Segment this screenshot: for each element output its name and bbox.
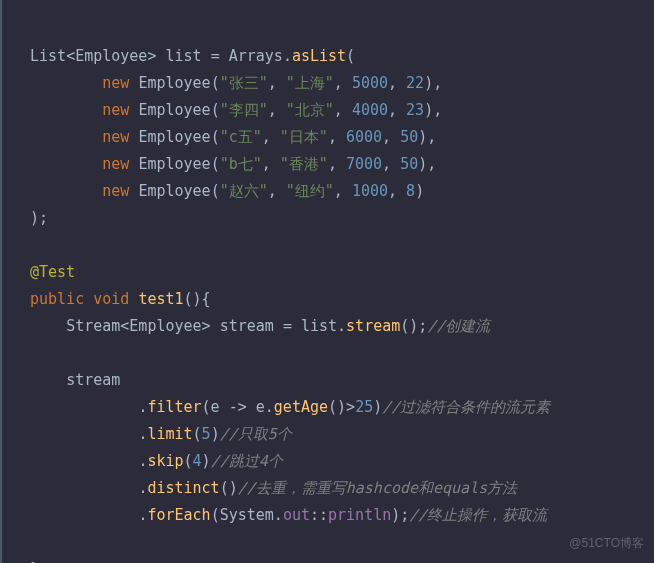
str-city-1: "北京" <box>286 101 334 119</box>
num-salary-0: 5000 <box>352 74 388 92</box>
aslist-call: asList <box>292 47 346 65</box>
line-11: Stream<Employee> stream = list.stream();… <box>30 317 490 335</box>
employee-ctor: Employee <box>138 128 210 146</box>
system-out: out <box>283 506 310 524</box>
num-age-1: 23 <box>406 101 424 119</box>
num-salary-4: 1000 <box>352 182 388 200</box>
new-kw: new <box>102 101 129 119</box>
comment-create-stream: //创建流 <box>427 317 490 335</box>
line-1: List<Employee> list = Arrays.asList( <box>30 47 355 65</box>
lambda-right: ()> <box>328 398 355 416</box>
str-city-4: "纽约" <box>286 182 334 200</box>
str-name-1: "李四" <box>220 101 268 119</box>
str-city-3: "香港" <box>280 155 328 173</box>
num-age-3: 50 <box>400 155 418 173</box>
comment-distinct: //去重，需重写hashcode和equals方法 <box>238 479 518 497</box>
stream-call: stream <box>346 317 400 335</box>
skip-call: skip <box>147 452 183 470</box>
watermark-text: @51CTO博客 <box>569 530 644 557</box>
skip-open: ( <box>184 452 193 470</box>
num-age-4: 8 <box>406 182 415 200</box>
filter-num: 25 <box>355 398 373 416</box>
line-12-blank <box>30 344 39 362</box>
num-age-2: 50 <box>400 128 418 146</box>
foreach-close: ); <box>391 506 409 524</box>
str-name-0: "张三" <box>220 74 268 92</box>
comment-limit: //只取5个 <box>220 425 292 443</box>
line-3: new Employee("李四", "北京", 4000, 23), <box>30 101 442 119</box>
str-city-2: "日本" <box>280 128 328 146</box>
limit-close: ) <box>211 425 220 443</box>
num-salary-1: 4000 <box>352 101 388 119</box>
stream-chain-var: stream <box>66 371 120 389</box>
stream-type: Stream <box>66 317 120 335</box>
void-kw: void <box>93 290 129 308</box>
filter-call: filter <box>147 398 201 416</box>
line-7: ); <box>30 209 48 227</box>
employee-ctor: Employee <box>138 182 210 200</box>
limit-num: 5 <box>202 425 211 443</box>
method-name: test1 <box>138 290 183 308</box>
distinct-parens: () <box>220 479 238 497</box>
distinct-call: distinct <box>147 479 219 497</box>
num-salary-3: 7000 <box>346 155 382 173</box>
foreach-open: (System. <box>211 506 283 524</box>
lambda-left: (e -> e. <box>202 398 274 416</box>
line-8-blank <box>30 236 39 254</box>
skip-close: ) <box>202 452 211 470</box>
list-ref: list <box>301 317 337 335</box>
eq-op: = <box>283 317 292 335</box>
limit-call: limit <box>147 425 192 443</box>
new-kw: new <box>102 74 129 92</box>
method-parens: (){ <box>184 290 211 308</box>
getage-call: getAge <box>274 398 328 416</box>
num-age-0: 22 <box>406 74 424 92</box>
public-kw: public <box>30 290 84 308</box>
line-6: new Employee("赵六", "纽约", 1000, 8) <box>30 182 424 200</box>
line-16: .skip(4)//跳过4个 <box>30 452 283 470</box>
str-name-3: "b七" <box>220 155 262 173</box>
type-list: List <box>30 47 66 65</box>
line-4: new Employee("c五", "日本", 6000, 50), <box>30 128 436 146</box>
type-employee: Employee <box>75 47 147 65</box>
str-name-2: "c五" <box>220 128 262 146</box>
limit-open: ( <box>193 425 202 443</box>
foreach-call: forEach <box>147 506 210 524</box>
str-city-0: "上海" <box>286 74 334 92</box>
line-13: stream <box>30 371 120 389</box>
new-kw: new <box>102 155 129 173</box>
line-17: .distinct()//去重，需重写hashcode和equals方法 <box>30 479 517 497</box>
stream-var: stream <box>220 317 274 335</box>
employee-ctor: Employee <box>138 74 210 92</box>
str-name-4: "赵六" <box>220 182 268 200</box>
var-list: list <box>165 47 201 65</box>
line-19-blank <box>30 533 39 551</box>
skip-num: 4 <box>193 452 202 470</box>
line-10: public void test1(){ <box>30 290 211 308</box>
comment-foreach: //终止操作，获取流 <box>409 506 547 524</box>
arrays-class: Arrays <box>229 47 283 65</box>
line-5: new Employee("b七", "香港", 7000, 50), <box>30 155 436 173</box>
stream-generic: Employee <box>129 317 201 335</box>
comment-filter: //过滤符合条件的流元素 <box>382 398 550 416</box>
line-18: .forEach(System.out::println);//终止操作，获取流 <box>30 506 547 524</box>
code-editor: List<Employee> list = Arrays.asList( new… <box>0 0 654 563</box>
println-ref: println <box>328 506 391 524</box>
double-colon: :: <box>310 506 328 524</box>
employee-ctor: Employee <box>138 101 210 119</box>
new-kw: new <box>102 182 129 200</box>
test-annotation: @Test <box>30 263 75 281</box>
comment-skip: //跳过4个 <box>211 452 283 470</box>
line-14: .filter(e -> e.getAge()>25)//过滤符合条件的流元素 <box>30 398 550 416</box>
new-kw: new <box>102 128 129 146</box>
equals-op: = <box>211 47 220 65</box>
filter-close: ) <box>373 398 382 416</box>
employee-ctor: Employee <box>138 155 210 173</box>
num-salary-2: 6000 <box>346 128 382 146</box>
line-9: @Test <box>30 263 75 281</box>
line-15: .limit(5)//只取5个 <box>30 425 292 443</box>
close-list: ); <box>30 209 48 227</box>
line-2: new Employee("张三", "上海", 5000, 22), <box>30 74 442 92</box>
